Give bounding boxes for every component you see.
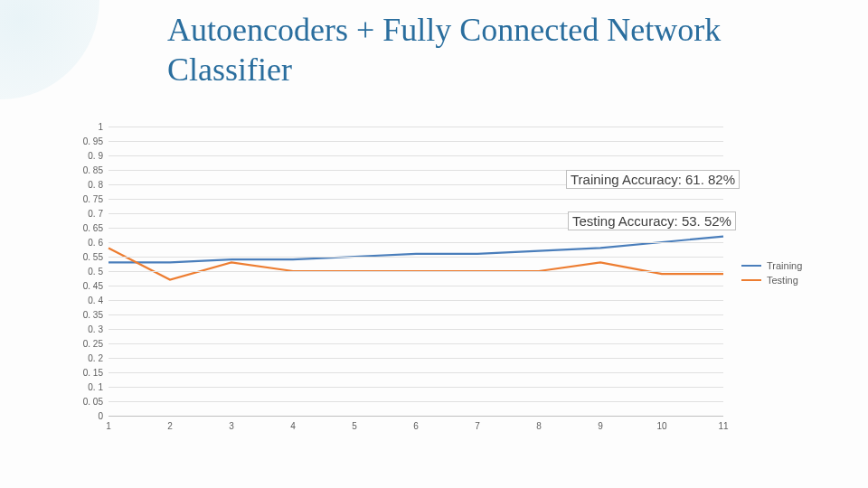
y-tick-label: 0. 4 <box>88 296 103 305</box>
y-tick-label: 0 <box>98 411 103 421</box>
x-tick-label: 8 <box>536 421 542 431</box>
x-tick-label: 9 <box>598 421 603 431</box>
y-tick-label: 0. 85 <box>83 165 103 175</box>
legend-swatch-testing <box>741 279 761 281</box>
grid-line <box>108 257 723 258</box>
y-tick-label: 0. 35 <box>83 310 103 320</box>
series-testing <box>108 248 723 279</box>
legend-swatch-training <box>741 265 761 267</box>
y-tick-label: 0. 1 <box>88 382 103 392</box>
x-tick-label: 1 <box>106 421 111 431</box>
grid-line <box>108 358 723 359</box>
annotation-testing-accuracy: Testing Accuracy: 53. 52% <box>568 211 736 230</box>
x-tick-label: 4 <box>290 421 296 431</box>
y-tick-label: 0. 65 <box>83 223 103 233</box>
x-tick-label: 10 <box>656 421 666 431</box>
annotation-training-accuracy: Training Accuracy: 61. 82% <box>566 170 740 189</box>
y-tick-label: 0. 3 <box>88 324 103 334</box>
y-tick-label: 0. 2 <box>88 353 103 363</box>
grid-line <box>108 155 723 156</box>
x-tick-label: 11 <box>718 421 728 431</box>
y-tick-label: 0. 7 <box>88 209 103 219</box>
grid-line <box>108 343 723 344</box>
decorative-corner <box>0 0 99 99</box>
legend: Training Testing <box>741 260 802 289</box>
grid-line <box>108 141 723 142</box>
y-tick-label: 0. 55 <box>83 252 103 262</box>
grid-line <box>108 329 723 330</box>
grid-line <box>108 387 723 388</box>
y-tick-label: 0. 8 <box>88 180 103 190</box>
grid-line <box>108 286 723 286</box>
grid-line <box>108 199 723 200</box>
y-tick-label: 0. 6 <box>88 238 103 248</box>
x-tick-label: 3 <box>229 421 234 431</box>
grid-line <box>108 242 723 243</box>
legend-label-training: Training <box>767 260 802 271</box>
x-tick-label: 6 <box>413 421 419 431</box>
legend-item-training: Training <box>741 260 802 271</box>
grid-line <box>108 372 723 373</box>
y-tick-label: 1 <box>98 122 103 132</box>
x-tick-label: 7 <box>475 421 480 431</box>
y-tick-label: 0. 95 <box>83 136 103 146</box>
series-training <box>108 237 723 263</box>
y-tick-label: 0. 25 <box>83 339 103 349</box>
y-tick-label: 0. 15 <box>83 368 103 378</box>
chart: 00. 050. 10. 150. 20. 250. 30. 350. 40. … <box>54 127 814 452</box>
y-tick-label: 0. 75 <box>83 194 103 204</box>
grid-line <box>108 401 723 402</box>
legend-item-testing: Testing <box>741 275 802 286</box>
y-tick-label: 0. 5 <box>88 267 103 277</box>
page-title: Autoencoders + Fully Connected Network C… <box>167 11 728 90</box>
y-tick-label: 0. 05 <box>83 397 103 407</box>
y-tick-label: 0. 9 <box>88 151 103 161</box>
y-tick-label: 0. 45 <box>83 281 103 291</box>
grid-line <box>108 271 723 272</box>
grid-line <box>108 314 723 315</box>
grid-line <box>108 300 723 301</box>
x-tick-label: 2 <box>167 421 173 431</box>
legend-label-testing: Testing <box>767 275 798 286</box>
grid-line <box>108 127 723 127</box>
x-tick-label: 5 <box>352 421 357 431</box>
